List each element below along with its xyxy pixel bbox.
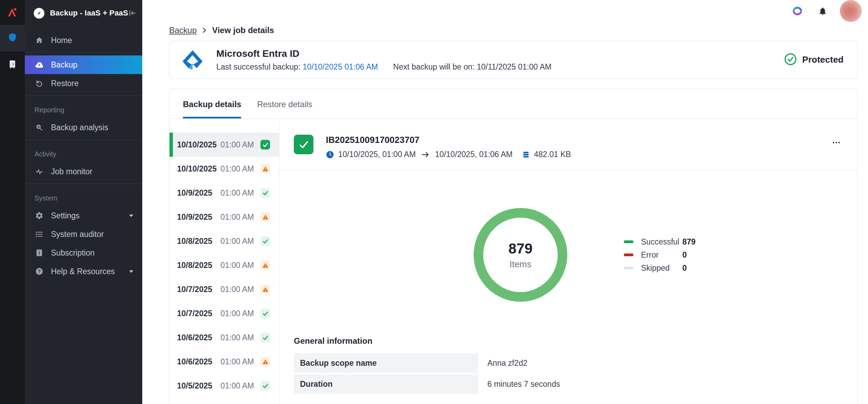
job-size: 482.01 KB	[534, 150, 571, 159]
audit-list-icon	[34, 230, 44, 238]
sidebar-item-settings[interactable]: Settings	[25, 206, 142, 225]
breadcrumb-backup-link[interactable]: Backup	[169, 25, 197, 35]
tab-restore-details[interactable]: Restore details	[257, 100, 312, 118]
job-date: 10/7/2025	[177, 309, 220, 318]
job-date: 10/10/2025	[177, 164, 220, 174]
sidebar-item-job-monitor[interactable]: Job monitor	[25, 162, 142, 181]
sidebar-item-label: System auditor	[51, 230, 104, 239]
job-list-item[interactable]: 10/6/2025 01:00 AM	[169, 325, 279, 350]
sidebar-item-label: Restore	[51, 79, 79, 88]
resource-title: Microsoft Entra ID	[216, 48, 551, 59]
job-list-item[interactable]: 10/9/2025 01:00 AM	[169, 181, 279, 205]
gear-icon	[34, 211, 44, 220]
job-date: 10/6/2025	[177, 357, 220, 366]
content: Backup View job details Microsoft Entra …	[142, 22, 868, 404]
sidebar-item-system-auditor[interactable]: System auditor	[25, 225, 142, 244]
sidebar-item-backup-analysis[interactable]: Backup analysis	[25, 118, 142, 137]
legend-label: Successful	[641, 237, 682, 247]
kebab-menu-icon[interactable]	[832, 138, 841, 147]
ai-assistant-icon[interactable]	[792, 6, 803, 17]
product-rail	[0, 0, 25, 404]
tab-bar: Backup details Restore details	[169, 89, 857, 119]
donut-total-label: Items	[509, 259, 531, 270]
backup-console-page: Backup - IaaS + PaaS Home Backup	[0, 0, 868, 404]
chart-legend: Successful 879 Error 0	[624, 235, 695, 274]
notifications-bell-icon[interactable]	[818, 7, 827, 16]
sidebar-item-label: Help & Resources	[51, 267, 115, 276]
acronis-logo[interactable]	[0, 0, 25, 25]
sidebar-item-label: Home	[51, 36, 72, 45]
sidebar-item-label: Backup	[51, 60, 78, 70]
job-list-item[interactable]: 10/8/2025 01:00 AM	[169, 229, 279, 253]
donut-ring: 879 Items	[474, 208, 567, 302]
arrow-right-icon	[421, 151, 430, 158]
last-backup-link[interactable]: 10/10/2025 01:06 AM	[303, 62, 378, 71]
row-value: 6 minutes 7 seconds	[478, 374, 560, 394]
resource-header-card: Microsoft Entra ID Last successful backu…	[169, 41, 858, 79]
donut-center: 879 Items	[483, 218, 558, 292]
job-detail-pane: IB20251009170023707 10/10/2025, 01:00 AM	[279, 119, 857, 404]
job-date: 10/5/2025	[177, 381, 220, 391]
sidebar-item-label: Settings	[51, 211, 80, 220]
sidebar-header: Backup - IaaS + PaaS	[25, 0, 142, 26]
help-icon: ?	[34, 267, 44, 276]
home-icon	[34, 36, 44, 44]
breadcrumb: Backup View job details	[169, 25, 858, 35]
general-information-section: General information Backup scope name An…	[279, 336, 857, 394]
job-list-item[interactable]: 10/10/2025 01:00 AM	[169, 157, 279, 181]
job-list-item[interactable]: 10/8/2025 01:00 AM	[169, 253, 279, 277]
user-avatar[interactable]	[840, 0, 862, 22]
warning-status-icon	[260, 260, 270, 270]
job-list-item[interactable]: 10/7/2025 01:00 AM	[169, 301, 279, 325]
job-detail-text: IB20251009170023707 10/10/2025, 01:00 AM	[326, 135, 571, 159]
job-id: IB20251009170023707	[326, 135, 571, 145]
job-list-item[interactable]: 10/10/2025 01:00 AM	[169, 133, 279, 157]
general-information-heading: General information	[294, 336, 842, 346]
legend-color-dash	[624, 253, 633, 256]
topbar	[142, 0, 868, 22]
legend-item: Skipped 0	[624, 261, 695, 274]
job-list-item[interactable]: 10/5/2025 01:00 AM	[169, 374, 279, 398]
sidebar-item-backup[interactable]: Backup	[25, 55, 142, 74]
row-value: Anna zf2d2	[478, 353, 527, 373]
avatar-image	[840, 0, 862, 22]
job-start-time: 10/10/2025, 01:00 AM	[338, 150, 416, 159]
warning-status-icon	[260, 357, 270, 366]
legend-color-dash	[624, 240, 633, 243]
sidebar-item-home[interactable]: Home	[25, 31, 142, 50]
resource-header-text: Microsoft Entra ID Last successful backu…	[216, 48, 551, 72]
resource-meta: Last successful backup: 10/10/2025 01:06…	[216, 62, 551, 72]
job-detail-header: IB20251009170023707 10/10/2025, 01:00 AM	[279, 119, 857, 170]
job-list-item[interactable]: 10/6/2025 01:00 AM	[169, 350, 279, 374]
last-backup: Last successful backup: 10/10/2025 01:06…	[216, 62, 378, 72]
job-date: 10/10/2025	[177, 140, 220, 149]
legend-label: Skipped	[641, 263, 682, 273]
sidebar-item-label: Backup analysis	[51, 123, 108, 132]
job-date: 10/8/2025	[177, 261, 220, 270]
sidebar-nav: Home Backup Restore Reporting	[25, 26, 142, 281]
sidebar-item-restore[interactable]: Restore	[25, 74, 142, 93]
breadcrumb-chevron-icon	[202, 27, 207, 34]
legend-label: Error	[641, 250, 682, 260]
job-time: 01:00 AM	[220, 164, 254, 174]
job-list-item[interactable]: 10/9/2025 01:00 AM	[169, 205, 279, 229]
items-chart-section: 879 Items Successful 87	[279, 208, 857, 302]
protection-status-badge: Protected	[784, 53, 844, 67]
last-backup-label: Last successful backup:	[216, 62, 300, 71]
rail-appliance-tile[interactable]	[0, 52, 25, 79]
donut-total-value: 879	[508, 240, 533, 257]
success-status-icon	[260, 333, 270, 342]
collapse-sidebar-icon[interactable]	[128, 9, 136, 17]
tab-backup-details[interactable]: Backup details	[183, 100, 241, 118]
detail-divider	[279, 170, 857, 170]
job-meta: 10/10/2025, 01:00 AM 10/10/2025, 01:06 A…	[326, 150, 571, 159]
job-list-item[interactable]: 10/7/2025 01:00 AM	[169, 277, 279, 301]
main-area: Backup View job details Microsoft Entra …	[142, 0, 868, 404]
job-end-time: 10/10/2025, 01:06 AM	[435, 150, 513, 159]
rail-protection-tile[interactable]	[0, 25, 25, 52]
success-status-icon	[260, 236, 270, 246]
shield-icon	[7, 32, 18, 44]
sidebar-item-subscription[interactable]: Subscription	[25, 244, 142, 262]
job-date: 10/7/2025	[177, 285, 220, 294]
sidebar-item-help-resources[interactable]: ? Help & Resources	[25, 262, 142, 281]
